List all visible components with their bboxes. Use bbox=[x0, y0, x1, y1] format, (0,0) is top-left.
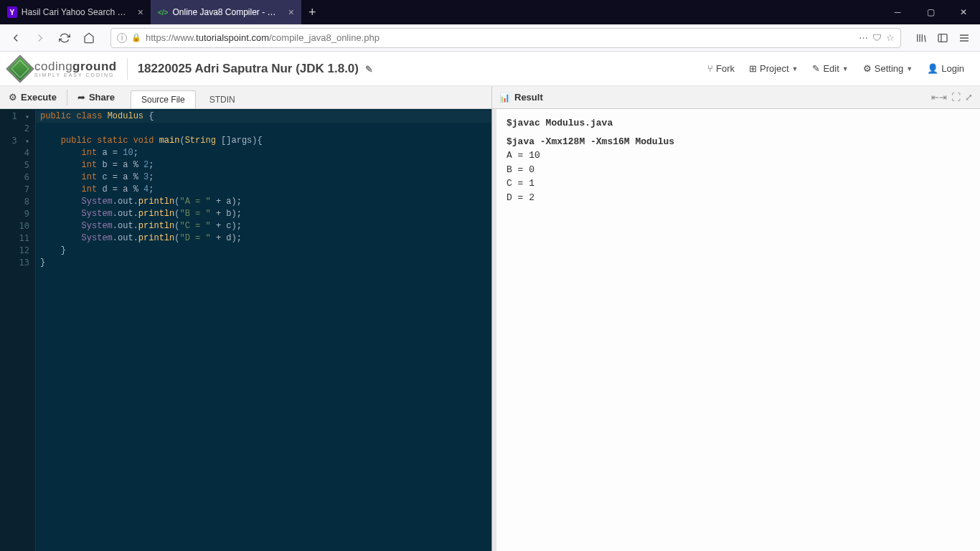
result-chart-icon: 📊 bbox=[499, 93, 510, 103]
compile-command: $javac Modulus.java bbox=[507, 118, 613, 128]
page-content: codingground SIMPLY EASY CODING 18220025… bbox=[0, 52, 980, 551]
url-more-icon[interactable]: ⋯ bbox=[859, 32, 868, 43]
tab-strip: Y Hasil Cari Yahoo Search Results × </> … bbox=[0, 0, 980, 24]
logo-text: codingground bbox=[34, 60, 117, 72]
nav-bar: i 🔒 https://www.tutorialspoint.com/compi… bbox=[0, 24, 980, 52]
setting-menu[interactable]: ⚙Setting▼ bbox=[857, 60, 918, 77]
tab-title: Hasil Cari Yahoo Search Results bbox=[22, 7, 129, 17]
tab-source-file[interactable]: Source File bbox=[131, 90, 196, 108]
expand-icon[interactable]: ⛶ bbox=[951, 92, 961, 103]
output-line: D = 2 bbox=[507, 191, 970, 205]
split-pane: 1 ▾ 2 3 ▾ 4 5 6 7 8 9 10 11 12 13 public… bbox=[0, 109, 980, 551]
close-window-button[interactable]: ✕ bbox=[947, 0, 980, 24]
caret-down-icon: ▼ bbox=[792, 65, 798, 72]
forward-button[interactable] bbox=[30, 28, 50, 48]
header-menu: ⑂Fork ⊞Project▼ ✎Edit▼ ⚙Setting▼ 👤Login bbox=[702, 60, 970, 77]
browser-tab-yahoo[interactable]: Y Hasil Cari Yahoo Search Results × bbox=[0, 0, 151, 24]
logo[interactable]: codingground SIMPLY EASY CODING bbox=[10, 59, 117, 79]
sidebar-icon[interactable] bbox=[933, 28, 953, 48]
new-tab-button[interactable]: + bbox=[301, 5, 324, 20]
caret-down-icon: ▼ bbox=[906, 65, 913, 72]
project-menu[interactable]: ⊞Project▼ bbox=[743, 60, 804, 77]
window-controls: ─ ▢ ✕ bbox=[881, 0, 980, 24]
output-line: B = 0 bbox=[507, 163, 970, 177]
gear-icon: ⚙ bbox=[863, 63, 872, 74]
logo-subtitle: SIMPLY EASY CODING bbox=[34, 72, 117, 77]
edit-icon: ✎ bbox=[812, 63, 820, 74]
tab-stdin[interactable]: STDIN bbox=[199, 90, 246, 108]
code-editor[interactable]: 1 ▾ 2 3 ▾ 4 5 6 7 8 9 10 11 12 13 public… bbox=[0, 109, 492, 551]
line-gutter: 1 ▾ 2 3 ▾ 4 5 6 7 8 9 10 11 12 13 bbox=[0, 109, 36, 551]
menu-icon[interactable] bbox=[954, 28, 974, 48]
share-icon: ➦ bbox=[77, 92, 85, 103]
separator bbox=[67, 90, 67, 105]
close-icon[interactable]: × bbox=[288, 6, 294, 18]
gear-run-icon: ⚙ bbox=[9, 92, 17, 103]
shield-icon[interactable]: 🛡 bbox=[872, 32, 882, 43]
divider bbox=[127, 58, 128, 80]
code-favicon-icon: </> bbox=[158, 6, 168, 18]
run-command: $java -Xmx128M -Xms16M Modulus bbox=[507, 136, 674, 147]
yahoo-favicon-icon: Y bbox=[7, 6, 17, 18]
info-icon: i bbox=[117, 33, 127, 43]
site-header: codingground SIMPLY EASY CODING 18220025… bbox=[0, 52, 980, 86]
bookmark-icon[interactable]: ☆ bbox=[886, 32, 895, 43]
reload-button[interactable] bbox=[55, 28, 75, 48]
url-text: https://www.tutorialspoint.com/compile_j… bbox=[146, 32, 854, 43]
project-icon: ⊞ bbox=[749, 63, 757, 74]
logo-diamond-icon bbox=[6, 55, 34, 83]
minimize-button[interactable]: ─ bbox=[881, 0, 914, 24]
fullscreen-icon[interactable]: ⤢ bbox=[965, 92, 973, 103]
fork-icon: ⑂ bbox=[707, 63, 713, 74]
maximize-button[interactable]: ▢ bbox=[914, 0, 947, 24]
browser-chrome: Y Hasil Cari Yahoo Search Results × </> … bbox=[0, 0, 980, 52]
user-icon: 👤 bbox=[927, 63, 938, 74]
caret-down-icon: ▼ bbox=[842, 65, 849, 72]
tab-title: Online Java8 Compiler - Online bbox=[172, 7, 279, 17]
back-button[interactable] bbox=[6, 28, 26, 48]
share-button[interactable]: ➦Share bbox=[69, 86, 123, 108]
home-button[interactable] bbox=[79, 28, 99, 48]
result-label: Result bbox=[514, 92, 543, 103]
url-bar[interactable]: i 🔒 https://www.tutorialspoint.com/compi… bbox=[110, 28, 901, 48]
edit-menu[interactable]: ✎Edit▼ bbox=[806, 60, 854, 77]
edit-title-icon[interactable]: ✎ bbox=[365, 64, 373, 75]
collapse-icon[interactable]: ⇤⇥ bbox=[931, 92, 947, 103]
lock-icon: 🔒 bbox=[131, 33, 141, 42]
output-line: A = 10 bbox=[507, 149, 970, 163]
browser-tab-compiler[interactable]: </> Online Java8 Compiler - Online × bbox=[151, 0, 301, 24]
code-content[interactable]: public class Modulus { public static voi… bbox=[36, 109, 491, 551]
project-title: 18220025 Adri Saputra Nur (JDK 1.8.0) ✎ bbox=[138, 62, 373, 76]
toolbar: ⚙Execute ➦Share Source File STDIN 📊 Resu… bbox=[0, 86, 980, 109]
result-output[interactable]: $javac Modulus.java $java -Xmx128M -Xms1… bbox=[496, 109, 980, 212]
svg-rect-0 bbox=[938, 34, 947, 42]
close-icon[interactable]: × bbox=[138, 6, 143, 18]
fork-button[interactable]: ⑂Fork bbox=[702, 60, 740, 77]
login-button[interactable]: 👤Login bbox=[921, 60, 970, 77]
library-icon[interactable] bbox=[911, 28, 931, 48]
output-line: C = 1 bbox=[507, 176, 970, 191]
file-tabs: Source File STDIN bbox=[131, 86, 246, 108]
execute-button[interactable]: ⚙Execute bbox=[0, 86, 65, 108]
result-pane: $javac Modulus.java $java -Xmx128M -Xms1… bbox=[492, 109, 980, 551]
